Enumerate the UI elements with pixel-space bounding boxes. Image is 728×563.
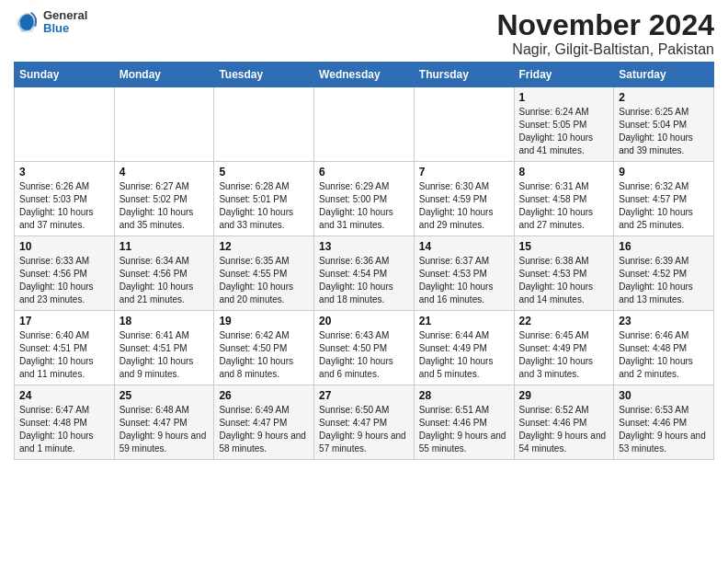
- cell-info: Sunrise: 6:27 AM Sunset: 5:02 PM Dayligh…: [119, 180, 210, 232]
- logo-general: General: [43, 9, 87, 22]
- logo-icon: [14, 9, 40, 35]
- cell-day-number: 27: [319, 389, 409, 402]
- cell-info: Sunrise: 6:46 AM Sunset: 4:48 PM Dayligh…: [619, 329, 709, 381]
- cell-day-number: 3: [19, 166, 109, 178]
- weekday-header: Wednesday: [314, 63, 415, 87]
- calendar-cell: 23Sunrise: 6:46 AM Sunset: 4:48 PM Dayli…: [614, 311, 714, 385]
- calendar-body: 1Sunrise: 6:24 AM Sunset: 5:05 PM Daylig…: [15, 87, 714, 460]
- calendar-cell: 25Sunrise: 6:48 AM Sunset: 4:47 PM Dayli…: [114, 385, 214, 460]
- cell-day-number: 15: [519, 240, 609, 253]
- cell-info: Sunrise: 6:41 AM Sunset: 4:51 PM Dayligh…: [119, 329, 210, 381]
- cell-day-number: 16: [619, 240, 709, 253]
- calendar-cell: [414, 87, 514, 162]
- calendar-cell: 28Sunrise: 6:51 AM Sunset: 4:46 PM Dayli…: [414, 385, 514, 460]
- calendar-table: SundayMondayTuesdayWednesdayThursdayFrid…: [14, 62, 714, 460]
- cell-day-number: 1: [519, 91, 609, 104]
- cell-info: Sunrise: 6:33 AM Sunset: 4:56 PM Dayligh…: [19, 255, 109, 306]
- calendar-cell: 5Sunrise: 6:28 AM Sunset: 5:01 PM Daylig…: [214, 162, 314, 236]
- calendar-cell: 26Sunrise: 6:49 AM Sunset: 4:47 PM Dayli…: [214, 385, 314, 460]
- calendar-header: SundayMondayTuesdayWednesdayThursdayFrid…: [15, 63, 714, 87]
- cell-info: Sunrise: 6:40 AM Sunset: 4:51 PM Dayligh…: [19, 329, 109, 381]
- calendar-subtitle: Nagir, Gilgit-Baltistan, Pakistan: [496, 41, 714, 58]
- calendar-cell: 3Sunrise: 6:26 AM Sunset: 5:03 PM Daylig…: [15, 162, 115, 236]
- cell-info: Sunrise: 6:50 AM Sunset: 4:47 PM Dayligh…: [319, 404, 409, 455]
- cell-day-number: 18: [119, 315, 210, 327]
- cell-day-number: 19: [219, 315, 309, 327]
- calendar-cell: 4Sunrise: 6:27 AM Sunset: 5:02 PM Daylig…: [114, 162, 214, 236]
- calendar-week-row: 10Sunrise: 6:33 AM Sunset: 4:56 PM Dayli…: [15, 236, 714, 311]
- cell-info: Sunrise: 6:31 AM Sunset: 4:58 PM Dayligh…: [519, 180, 609, 232]
- cell-info: Sunrise: 6:51 AM Sunset: 4:46 PM Dayligh…: [419, 404, 509, 455]
- cell-info: Sunrise: 6:52 AM Sunset: 4:46 PM Dayligh…: [519, 404, 609, 455]
- cell-day-number: 8: [519, 166, 609, 178]
- calendar-cell: 1Sunrise: 6:24 AM Sunset: 5:05 PM Daylig…: [514, 87, 614, 162]
- cell-day-number: 17: [19, 315, 109, 327]
- cell-day-number: 12: [219, 240, 309, 253]
- calendar-cell: [314, 87, 415, 162]
- cell-info: Sunrise: 6:37 AM Sunset: 4:53 PM Dayligh…: [419, 255, 509, 306]
- weekday-header: Saturday: [614, 63, 714, 87]
- title-block: November 2024 Nagir, Gilgit-Baltistan, P…: [496, 9, 714, 58]
- calendar-cell: 14Sunrise: 6:37 AM Sunset: 4:53 PM Dayli…: [414, 236, 514, 311]
- cell-info: Sunrise: 6:43 AM Sunset: 4:50 PM Dayligh…: [319, 329, 409, 381]
- calendar-cell: [114, 87, 214, 162]
- cell-day-number: 5: [219, 166, 309, 178]
- cell-info: Sunrise: 6:34 AM Sunset: 4:56 PM Dayligh…: [119, 255, 210, 306]
- calendar-cell: 24Sunrise: 6:47 AM Sunset: 4:48 PM Dayli…: [15, 385, 115, 460]
- calendar-cell: 10Sunrise: 6:33 AM Sunset: 4:56 PM Dayli…: [15, 236, 115, 311]
- cell-info: Sunrise: 6:30 AM Sunset: 4:59 PM Dayligh…: [419, 180, 509, 232]
- cell-day-number: 20: [319, 315, 409, 327]
- cell-info: Sunrise: 6:28 AM Sunset: 5:01 PM Dayligh…: [219, 180, 309, 232]
- calendar-cell: 22Sunrise: 6:45 AM Sunset: 4:49 PM Dayli…: [514, 311, 614, 385]
- calendar-week-row: 24Sunrise: 6:47 AM Sunset: 4:48 PM Dayli…: [15, 385, 714, 460]
- cell-day-number: 25: [119, 389, 210, 402]
- calendar-week-row: 17Sunrise: 6:40 AM Sunset: 4:51 PM Dayli…: [15, 311, 714, 385]
- cell-day-number: 29: [519, 389, 609, 402]
- cell-info: Sunrise: 6:53 AM Sunset: 4:46 PM Dayligh…: [619, 404, 709, 455]
- calendar-week-row: 3Sunrise: 6:26 AM Sunset: 5:03 PM Daylig…: [15, 162, 714, 236]
- cell-day-number: 4: [119, 166, 210, 178]
- cell-day-number: 23: [619, 315, 709, 327]
- calendar-title: November 2024: [496, 9, 714, 41]
- calendar-cell: 16Sunrise: 6:39 AM Sunset: 4:52 PM Dayli…: [614, 236, 714, 311]
- weekday-header: Friday: [514, 63, 614, 87]
- calendar-cell: 15Sunrise: 6:38 AM Sunset: 4:53 PM Dayli…: [514, 236, 614, 311]
- weekday-header: Thursday: [414, 63, 514, 87]
- cell-day-number: 9: [619, 166, 709, 178]
- cell-info: Sunrise: 6:26 AM Sunset: 5:03 PM Dayligh…: [19, 180, 109, 232]
- calendar-cell: [15, 87, 115, 162]
- header: General Blue November 2024 Nagir, Gilgit…: [14, 9, 714, 58]
- cell-info: Sunrise: 6:48 AM Sunset: 4:47 PM Dayligh…: [119, 404, 210, 455]
- calendar-cell: 13Sunrise: 6:36 AM Sunset: 4:54 PM Dayli…: [314, 236, 415, 311]
- cell-day-number: 22: [519, 315, 609, 327]
- cell-day-number: 13: [319, 240, 409, 253]
- calendar-cell: 17Sunrise: 6:40 AM Sunset: 4:51 PM Dayli…: [15, 311, 115, 385]
- cell-day-number: 11: [119, 240, 210, 253]
- cell-info: Sunrise: 6:35 AM Sunset: 4:55 PM Dayligh…: [219, 255, 309, 306]
- logo-text: General Blue: [43, 9, 87, 36]
- cell-day-number: 28: [419, 389, 509, 402]
- calendar-week-row: 1Sunrise: 6:24 AM Sunset: 5:05 PM Daylig…: [15, 87, 714, 162]
- weekday-header: Sunday: [15, 63, 115, 87]
- calendar-cell: [214, 87, 314, 162]
- calendar-cell: 29Sunrise: 6:52 AM Sunset: 4:46 PM Dayli…: [514, 385, 614, 460]
- cell-info: Sunrise: 6:32 AM Sunset: 4:57 PM Dayligh…: [619, 180, 709, 232]
- cell-info: Sunrise: 6:49 AM Sunset: 4:47 PM Dayligh…: [219, 404, 309, 455]
- cell-info: Sunrise: 6:36 AM Sunset: 4:54 PM Dayligh…: [319, 255, 409, 306]
- cell-info: Sunrise: 6:44 AM Sunset: 4:49 PM Dayligh…: [419, 329, 509, 381]
- calendar-cell: 18Sunrise: 6:41 AM Sunset: 4:51 PM Dayli…: [114, 311, 214, 385]
- cell-info: Sunrise: 6:29 AM Sunset: 5:00 PM Dayligh…: [319, 180, 409, 232]
- cell-info: Sunrise: 6:42 AM Sunset: 4:50 PM Dayligh…: [219, 329, 309, 381]
- calendar-cell: 27Sunrise: 6:50 AM Sunset: 4:47 PM Dayli…: [314, 385, 415, 460]
- cell-info: Sunrise: 6:45 AM Sunset: 4:49 PM Dayligh…: [519, 329, 609, 381]
- cell-day-number: 21: [419, 315, 509, 327]
- calendar-cell: 21Sunrise: 6:44 AM Sunset: 4:49 PM Dayli…: [414, 311, 514, 385]
- cell-day-number: 2: [619, 91, 709, 104]
- calendar-cell: 11Sunrise: 6:34 AM Sunset: 4:56 PM Dayli…: [114, 236, 214, 311]
- weekday-header: Monday: [114, 63, 214, 87]
- cell-day-number: 26: [219, 389, 309, 402]
- logo-blue: Blue: [43, 22, 87, 35]
- page: General Blue November 2024 Nagir, Gilgit…: [0, 0, 728, 469]
- cell-info: Sunrise: 6:24 AM Sunset: 5:05 PM Dayligh…: [519, 106, 609, 157]
- cell-info: Sunrise: 6:25 AM Sunset: 5:04 PM Dayligh…: [619, 106, 709, 157]
